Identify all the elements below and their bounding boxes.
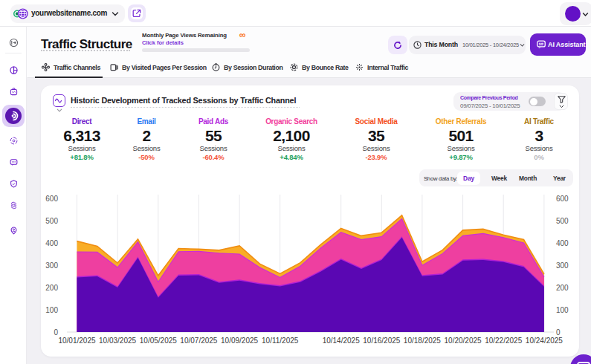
svg-text:600: 600 [556, 195, 569, 203]
svg-text:100: 100 [556, 306, 569, 314]
svg-text:10/24/2025: 10/24/2025 [526, 337, 563, 345]
svg-text:10/16/2025: 10/16/2025 [363, 337, 400, 345]
svg-text:400: 400 [556, 239, 569, 247]
svg-text:10/03/2025: 10/03/2025 [99, 337, 136, 345]
svg-text:200: 200 [556, 284, 569, 292]
svg-text:300: 300 [556, 261, 569, 270]
svg-text:0: 0 [556, 328, 561, 337]
svg-text:10/11/2025: 10/11/2025 [262, 337, 299, 345]
svg-text:10/07/2025: 10/07/2025 [180, 337, 217, 345]
svg-text:400: 400 [45, 239, 58, 247]
svg-text:10/14/2025: 10/14/2025 [323, 337, 360, 345]
svg-text:10/09/2025: 10/09/2025 [221, 337, 258, 345]
svg-text:500: 500 [45, 217, 58, 225]
svg-text:600: 600 [45, 195, 58, 203]
svg-text:200: 200 [45, 284, 58, 292]
svg-text:10/22/2025: 10/22/2025 [485, 337, 522, 345]
svg-text:500: 500 [556, 217, 569, 225]
svg-text:100: 100 [45, 306, 58, 314]
svg-text:0: 0 [54, 328, 58, 337]
svg-text:10/18/2025: 10/18/2025 [404, 337, 441, 345]
svg-text:10/01/2025: 10/01/2025 [58, 337, 95, 345]
svg-text:300: 300 [45, 261, 58, 270]
svg-text:10/05/2025: 10/05/2025 [140, 337, 177, 345]
svg-text:10/20/2025: 10/20/2025 [445, 337, 482, 345]
